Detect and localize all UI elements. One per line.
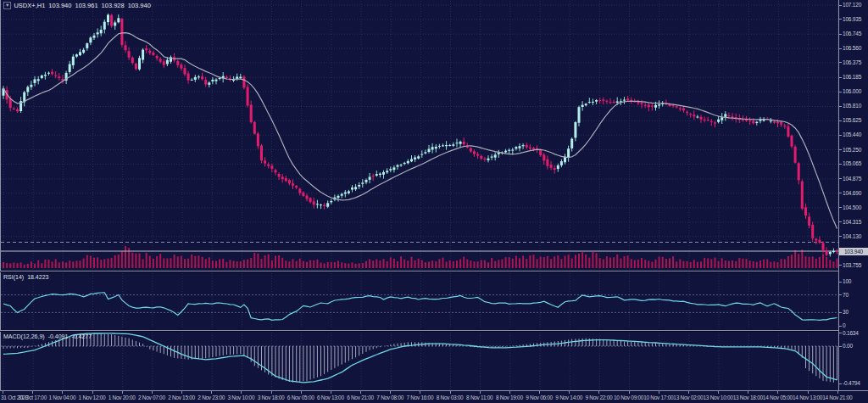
axis-tick [839,149,842,150]
time-axis-label: 9 Nov 06:00 [526,395,553,400]
axis-tick [839,5,842,6]
time-axis-tick [598,391,599,394]
price-axis-label: 105.065 [843,160,861,166]
time-axis-tick [420,391,420,394]
time-axis-label: 10 Nov 09:00 [614,395,643,400]
time-axis-label: 2 Nov 07:00 [138,395,165,400]
price-axis-label: 106.745 [843,31,861,36]
time-axis-label: 14 Nov 13:00 [793,395,822,400]
time-axis-label: 6 Nov 21:00 [347,395,374,400]
rsi-axis-label: 100 [843,278,851,284]
price-axis-label: 104.130 [843,233,861,239]
time-axis-label: 13 Nov 18:00 [733,395,763,400]
axis-tick [839,135,842,136]
axis-tick [839,207,842,208]
time-axis-label: 7 Nov 16:00 [406,395,433,400]
macd-indicator-pane[interactable]: MACD(12,26,9)-0.4091-0.4277 [0,332,868,390]
price-axis-label: 104.500 [843,204,861,210]
time-axis-label: 1 Nov 04:00 [48,395,75,400]
time-axis-label: 14 Nov 21:00 [822,395,852,400]
axis-tick [839,221,842,222]
candlestick-chart-svg[interactable] [1,0,839,271]
time-axis-label: 13 Nov 10:00 [704,395,733,400]
symbol-timeframe-label: USDX+,H1 [14,2,45,9]
time-axis-label: 2 Nov 15:00 [168,395,195,400]
time-axis-tick [718,391,719,394]
time-axis-tick [32,391,33,394]
time-axis-label: 31 Oct 17:00 [18,395,47,400]
ohlc-close: 103.940 [128,2,151,9]
time-axis-tick [271,391,272,394]
time-axis-tick [688,391,689,394]
time-axis-tick [569,391,570,394]
axis-tick [839,312,842,313]
macd-value-signal: -0.4277 [71,333,92,339]
axis-tick [839,62,842,63]
price-axis-label: 106.185 [843,74,861,80]
rsi-chart-svg[interactable] [1,272,839,330]
time-axis-label: 14 Nov 05:00 [763,395,793,400]
time-axis-label: 8 Nov 19:00 [496,395,523,400]
macd-chart-svg[interactable] [1,332,839,390]
time-axis[interactable]: 31 Oct 202331 Oct 17:001 Nov 04:001 Nov … [0,390,868,403]
axis-tick [839,120,842,121]
chart-menu-marker-icon[interactable]: ▼ [3,2,11,9]
axis-tick [839,236,842,237]
ohlc-high: 103.961 [75,2,97,9]
macd-axis-label: 0.1634 [843,330,859,336]
price-axis-label: 106.935 [843,16,861,22]
time-axis-label: 8 Nov 03:00 [437,395,464,400]
time-axis-label: 1 Nov 20:00 [108,395,136,400]
time-axis-tick [808,391,809,394]
price-axis-label: 105.810 [843,103,861,109]
price-axis-label: 106.000 [843,88,861,94]
rsi-indicator-pane[interactable]: RSI(14)18.4223 [0,272,868,330]
time-axis-tick [241,391,242,394]
axis-tick [839,333,842,333]
trading-chart-window: ▼USDX+,H1103.940103.961103.928103.940 RS… [0,0,868,403]
time-axis-label: 2 Nov 23:00 [198,395,225,400]
macd-axis-label: -0.4794 [843,380,860,386]
price-chart-pane[interactable]: ▼USDX+,H1103.940103.961103.928103.940 [0,0,868,271]
time-axis-tick [122,391,123,394]
chart-title: ▼USDX+,H1103.940103.961103.928103.940 [3,2,151,9]
axis-tick [839,265,842,266]
time-axis-tick [450,391,451,394]
axis-tick [839,19,842,20]
time-axis-label: 6 Nov 05:00 [287,395,314,400]
time-axis-label: 3 Nov 18:00 [258,395,285,400]
price-axis-label: 105.250 [843,147,861,153]
time-axis-tick [509,391,510,394]
time-axis-tick [748,391,748,394]
time-axis-label: 9 Nov 14:00 [555,395,582,400]
price-axis[interactable]: 107.120106.935106.745106.560106.375106.1… [838,0,868,391]
rsi-name: RSI(14) [3,274,24,280]
price-axis-label: 104.690 [843,190,861,196]
time-axis-tick [62,391,63,394]
axis-tick [839,34,842,35]
rsi-axis-label: 0 [843,322,845,328]
price-axis-label: 104.315 [843,219,861,225]
axis-tick [839,92,842,92]
axis-tick [839,346,842,347]
time-axis-label: 9 Nov 22:00 [586,395,613,400]
axis-tick [839,48,842,49]
axis-tick [839,294,842,295]
time-axis-label: 10 Nov 17:00 [643,395,673,400]
axis-tick [839,77,842,78]
axis-tick [839,164,842,165]
rsi-axis-label: 70 [843,292,849,298]
current-price-tag: 103.940 [839,248,868,255]
price-axis-label: 103.755 [843,262,861,268]
time-axis-label: 3 Nov 10:00 [227,395,254,400]
axis-tick [839,383,842,384]
rsi-axis-label: 30 [843,309,849,315]
time-axis-tick [629,391,630,394]
axis-tick [839,282,842,283]
time-axis-label: 13 Nov 02:00 [673,395,703,400]
time-axis-tick [480,391,481,394]
time-axis-tick [837,391,838,394]
time-axis-tick [331,391,331,394]
time-axis-tick [181,391,182,394]
ohlc-open: 103.940 [48,2,71,9]
